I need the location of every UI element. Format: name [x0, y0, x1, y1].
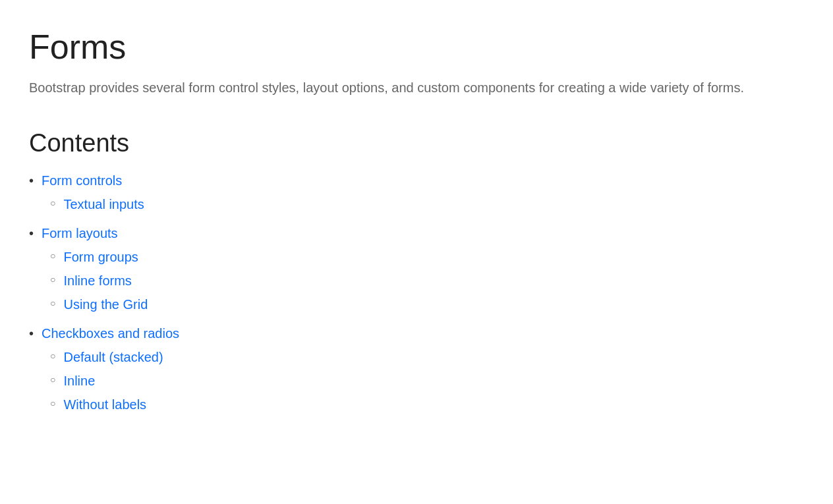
default-stacked-link[interactable]: Default (stacked)	[63, 347, 163, 367]
list-item: ○ Inline	[50, 371, 163, 391]
bullet-icon: •	[29, 223, 34, 243]
circle-bullet-icon: ○	[50, 395, 55, 412]
contents-list: • Form controls ○ Textual inputs • Form …	[29, 171, 804, 418]
using-the-grid-link[interactable]: Using the Grid	[63, 294, 148, 314]
textual-inputs-link[interactable]: Textual inputs	[63, 194, 144, 214]
list-item: • Form layouts ○ Form groups ○ Inline fo…	[29, 223, 804, 318]
sub-list: ○ Form groups ○ Inline forms ○ Using the…	[29, 247, 148, 318]
circle-bullet-icon: ○	[50, 194, 55, 212]
list-item: ○ Without labels	[50, 395, 163, 414]
page-title: Forms	[29, 26, 804, 67]
list-item: ○ Default (stacked)	[50, 347, 163, 367]
list-item: ○ Form groups	[50, 247, 148, 267]
contents-heading: Contents	[29, 129, 804, 157]
list-item: ○ Using the Grid	[50, 294, 148, 314]
without-labels-link[interactable]: Without labels	[63, 395, 146, 414]
circle-bullet-icon: ○	[50, 371, 55, 389]
sub-list: ○ Default (stacked) ○ Inline ○ Without l…	[29, 347, 163, 418]
list-item: ○ Inline forms	[50, 271, 148, 291]
page-description: Bootstrap provides several form control …	[29, 78, 787, 98]
bullet-icon: •	[29, 171, 34, 190]
circle-bullet-icon: ○	[50, 347, 55, 365]
form-groups-link[interactable]: Form groups	[63, 247, 138, 267]
circle-bullet-icon: ○	[50, 271, 55, 289]
form-controls-link[interactable]: Form controls	[42, 171, 122, 190]
bullet-icon: •	[29, 323, 34, 343]
circle-bullet-icon: ○	[50, 247, 55, 265]
list-item: ○ Textual inputs	[50, 194, 144, 214]
circle-bullet-icon: ○	[50, 294, 55, 312]
list-item: • Form controls ○ Textual inputs	[29, 171, 804, 218]
list-item: • Checkboxes and radios ○ Default (stack…	[29, 323, 804, 418]
inline-link[interactable]: Inline	[63, 371, 95, 391]
checkboxes-and-radios-link[interactable]: Checkboxes and radios	[42, 323, 179, 343]
form-layouts-link[interactable]: Form layouts	[42, 223, 118, 243]
sub-list: ○ Textual inputs	[29, 194, 144, 218]
inline-forms-link[interactable]: Inline forms	[63, 271, 131, 291]
